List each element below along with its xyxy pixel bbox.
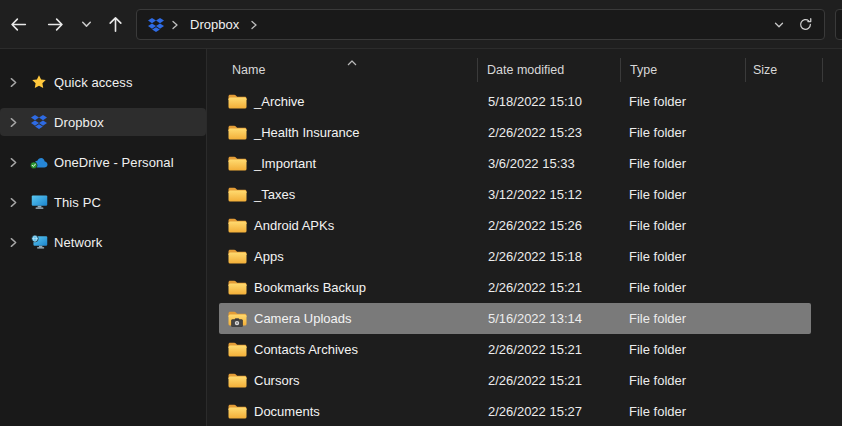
folder-icon xyxy=(228,125,247,140)
file-type: File folder xyxy=(629,272,686,303)
file-name: Camera Uploads xyxy=(254,303,352,334)
file-date-modified: 2/26/2022 15:23 xyxy=(488,117,582,148)
column-resize-handle[interactable] xyxy=(620,58,621,82)
breadcrumb-item-dropbox[interactable]: Dropbox xyxy=(186,17,243,32)
folder-icon xyxy=(228,187,247,202)
sidebar-item-network[interactable]: Network xyxy=(0,228,206,256)
sidebar-item-label: Quick access xyxy=(54,75,133,90)
file-type: File folder xyxy=(629,241,686,272)
toolbar: Dropbox xyxy=(0,0,842,49)
dropbox-logo-icon xyxy=(30,114,48,131)
file-name: Android APKs xyxy=(254,210,334,241)
file-date-modified: 2/26/2022 15:21 xyxy=(488,334,582,365)
file-type: File folder xyxy=(629,86,686,117)
file-name: _Taxes xyxy=(254,179,295,210)
file-name: _Important xyxy=(254,148,316,179)
file-type: File folder xyxy=(629,365,686,396)
expand-chevron-icon[interactable] xyxy=(6,77,20,88)
file-row[interactable]: Cursors 2/26/2022 15:21 File folder xyxy=(219,365,811,396)
folder-icon xyxy=(228,218,247,233)
sidebar-item-label: Dropbox xyxy=(54,115,104,130)
file-date-modified: 2/26/2022 15:26 xyxy=(488,210,582,241)
column-header-size[interactable]: Size xyxy=(753,55,777,85)
recent-locations-button[interactable] xyxy=(70,10,102,42)
file-name: Apps xyxy=(254,241,284,272)
file-row[interactable]: Camera Uploads 5/16/2022 13:14 File fold… xyxy=(219,303,811,334)
column-header-date-modified[interactable]: Date modified xyxy=(487,55,564,85)
back-button[interactable] xyxy=(2,10,34,42)
folder-icon xyxy=(228,373,247,388)
file-row[interactable]: _Archive 5/18/2022 15:10 File folder xyxy=(219,86,811,117)
address-bar[interactable]: Dropbox xyxy=(136,9,825,40)
file-row[interactable]: _Important 3/6/2022 15:33 File folder xyxy=(219,148,811,179)
refresh-button[interactable] xyxy=(792,12,818,37)
sidebar-item-label: Network xyxy=(54,235,102,250)
sidebar-item-label: This PC xyxy=(54,195,101,210)
column-resize-handle[interactable] xyxy=(477,58,478,82)
file-row[interactable]: Bookmarks Backup 2/26/2022 15:21 File fo… xyxy=(219,272,811,303)
up-arrow-icon xyxy=(106,15,125,37)
file-row[interactable]: _Health Insurance 2/26/2022 15:23 File f… xyxy=(219,117,811,148)
file-date-modified: 2/26/2022 15:21 xyxy=(488,365,582,396)
sidebar-item-onedrive[interactable]: OneDrive - Personal xyxy=(0,148,206,176)
file-type: File folder xyxy=(629,179,686,210)
back-arrow-icon xyxy=(9,15,28,37)
file-row[interactable]: Documents 2/26/2022 15:27 File folder xyxy=(219,396,811,426)
column-resize-handle[interactable] xyxy=(745,58,746,82)
camera-icon xyxy=(231,315,243,330)
address-dropdown-button[interactable] xyxy=(766,12,792,37)
file-name: Bookmarks Backup xyxy=(254,272,366,303)
folder-icon xyxy=(228,280,247,295)
file-row[interactable]: Contacts Archives 2/26/2022 15:21 File f… xyxy=(219,334,811,365)
breadcrumb-chevron-icon[interactable] xyxy=(164,20,186,30)
network-icon xyxy=(30,234,48,251)
sidebar-item-label: OneDrive - Personal xyxy=(54,155,174,170)
up-button[interactable] xyxy=(99,10,131,42)
file-row[interactable]: Android APKs 2/26/2022 15:26 File folder xyxy=(219,210,811,241)
search-box-partial[interactable] xyxy=(835,9,842,40)
column-header-name[interactable]: Name xyxy=(232,55,265,85)
column-resize-handle[interactable] xyxy=(822,58,823,82)
file-type: File folder xyxy=(629,334,686,365)
file-date-modified: 5/16/2022 13:14 xyxy=(488,303,582,334)
expand-chevron-icon[interactable] xyxy=(6,197,20,208)
forward-button[interactable] xyxy=(39,10,71,42)
folder-icon xyxy=(228,156,247,171)
file-date-modified: 2/26/2022 15:18 xyxy=(488,241,582,272)
dropbox-logo-icon[interactable] xyxy=(148,18,164,32)
file-type: File folder xyxy=(629,148,686,179)
folder-icon xyxy=(228,404,247,419)
sidebar-item-quick-access[interactable]: Quick access xyxy=(0,68,206,96)
sidebar-item-this-pc[interactable]: This PC xyxy=(0,188,206,216)
file-row[interactable]: _Taxes 3/12/2022 15:12 File folder xyxy=(219,179,811,210)
file-date-modified: 5/18/2022 15:10 xyxy=(488,86,582,117)
expand-chevron-icon[interactable] xyxy=(6,157,20,168)
breadcrumb-chevron-icon[interactable] xyxy=(243,20,265,30)
folder-icon xyxy=(228,94,247,109)
file-date-modified: 2/26/2022 15:27 xyxy=(488,396,582,426)
file-type: File folder xyxy=(629,396,686,426)
forward-arrow-icon xyxy=(46,15,65,37)
file-row[interactable]: Apps 2/26/2022 15:18 File folder xyxy=(219,241,811,272)
file-name: Documents xyxy=(254,396,320,426)
file-date-modified: 2/26/2022 15:21 xyxy=(488,272,582,303)
file-name: Cursors xyxy=(254,365,300,396)
monitor-icon xyxy=(30,194,48,211)
file-list-pane: Name Date modified Type Size xyxy=(206,49,842,426)
file-type: File folder xyxy=(629,117,686,148)
expand-chevron-icon[interactable] xyxy=(6,117,20,128)
column-header-type[interactable]: Type xyxy=(630,55,657,85)
sidebar-item-dropbox[interactable]: Dropbox xyxy=(0,108,206,136)
star-icon xyxy=(30,74,48,91)
sort-ascending-icon xyxy=(347,55,357,69)
column-header-row: Name Date modified Type Size xyxy=(207,55,842,85)
folder-icon xyxy=(228,249,247,264)
file-name: _Archive xyxy=(254,86,305,117)
file-name: _Health Insurance xyxy=(254,117,360,148)
file-date-modified: 3/6/2022 15:33 xyxy=(488,148,575,179)
expand-chevron-icon[interactable] xyxy=(6,237,20,248)
onedrive-cloud-icon xyxy=(30,154,48,171)
file-date-modified: 3/12/2022 15:12 xyxy=(488,179,582,210)
navigation-pane: Quick access Dropbox OneDrive - Personal xyxy=(0,49,206,426)
file-name: Contacts Archives xyxy=(254,334,358,365)
